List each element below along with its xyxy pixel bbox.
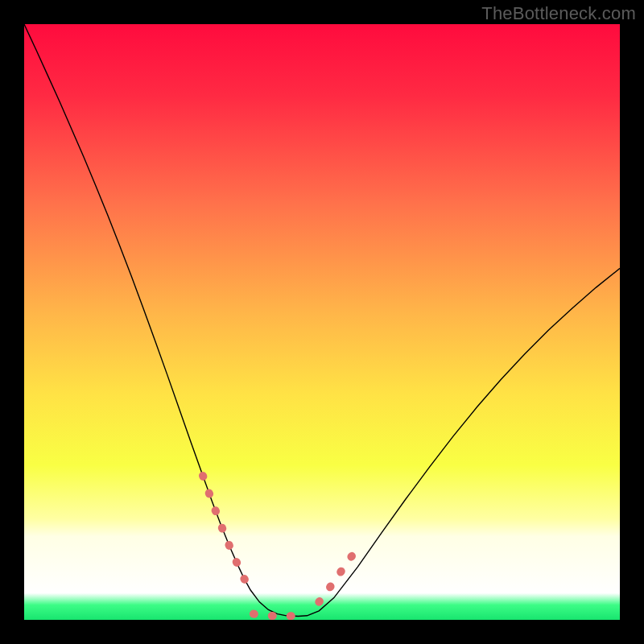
chart-frame: TheBottleneck.com (0, 0, 644, 644)
chart-svg (24, 24, 620, 620)
watermark-text: TheBottleneck.com (481, 3, 636, 24)
plot-area (24, 24, 620, 620)
gradient-background (24, 24, 620, 620)
